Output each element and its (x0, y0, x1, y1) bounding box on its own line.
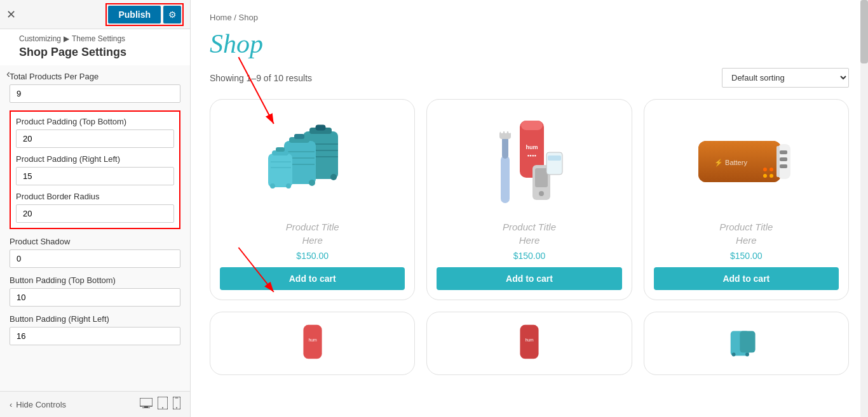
publish-button[interactable]: Publish (108, 6, 161, 23)
svg-rect-0 (140, 398, 153, 406)
total-products-input[interactable] (10, 84, 180, 103)
svg-rect-29 (276, 147, 285, 152)
breadcrumb-parent: Customizing (19, 34, 61, 43)
svg-rect-38 (501, 156, 510, 203)
button-padding-rl-group: Button Padding (Right Left) (10, 314, 180, 345)
product-card-5: hum (426, 312, 632, 375)
product-image-1 (220, 112, 405, 214)
button-padding-tb-input[interactable] (10, 288, 180, 307)
svg-point-4 (162, 407, 163, 409)
total-products-label: Total Products Per Page (10, 72, 180, 81)
svg-point-57 (763, 174, 767, 178)
svg-rect-21 (294, 134, 304, 139)
product-title-1: Product TitleHere (286, 220, 339, 247)
svg-rect-27 (268, 154, 292, 187)
breadcrumb-child: Theme Settings (72, 34, 125, 43)
product-card-1: Product TitleHere $150.00 Add to cart (210, 99, 415, 300)
product-price-3: $150.00 (730, 251, 763, 261)
scrollbar-thumb[interactable] (860, 0, 868, 63)
add-to-cart-button-2[interactable]: Add to cart (437, 267, 621, 290)
panel-bottom: ‹ Hide Controls (0, 391, 190, 417)
svg-rect-2 (142, 407, 150, 408)
panel-title: Shop Page Settings (0, 46, 190, 65)
button-padding-rl-label: Button Padding (Right Left) (10, 314, 180, 324)
product-price-1: $150.00 (296, 251, 329, 261)
svg-point-6 (176, 407, 177, 409)
add-to-cart-button-1[interactable]: Add to cart (220, 267, 405, 290)
svg-text:⚡ Battery: ⚡ Battery (714, 158, 747, 167)
svg-rect-13 (316, 125, 325, 130)
svg-rect-48 (548, 156, 561, 161)
product-card-6 (644, 312, 849, 375)
svg-rect-53 (780, 150, 787, 154)
svg-rect-35 (521, 121, 543, 130)
add-to-cart-button-3[interactable]: Add to cart (654, 267, 839, 290)
product-card-2: hum ●●●● (426, 99, 632, 300)
product-title-2: Product TitleHere (503, 220, 556, 247)
product-price-2: $150.00 (513, 251, 546, 261)
button-padding-rl-input[interactable] (10, 327, 180, 345)
products-grid-bottom: hum hum (210, 312, 849, 375)
desktop-icon-button[interactable] (140, 397, 153, 412)
padding-right-left-input[interactable] (16, 167, 174, 185)
svg-text:hum: hum (308, 338, 317, 342)
hide-controls-label: Hide Controls (16, 400, 66, 409)
border-radius-label: Product Border Radius (16, 192, 174, 201)
breadcrumb-separator: ▶ (64, 34, 69, 43)
svg-rect-43 (508, 127, 511, 133)
svg-point-26 (309, 180, 315, 186)
svg-rect-54 (780, 157, 787, 161)
top-bar: ✕ Publish ⚙ (0, 0, 190, 29)
highlighted-section: Product Padding (Top Bottom) Product Pad… (10, 110, 180, 229)
svg-rect-55 (780, 164, 787, 168)
svg-text:hum: hum (526, 144, 538, 150)
shadow-group: Product Shadow (10, 237, 180, 268)
product-title-3: Product TitleHere (719, 220, 773, 247)
padding-right-left-group: Product Padding (Right Left) (16, 154, 174, 185)
svg-point-58 (770, 174, 773, 178)
results-bar: Showing 1–9 of 10 results Default sortin… (210, 68, 849, 88)
svg-rect-52 (776, 146, 780, 177)
svg-point-46 (539, 191, 544, 196)
back-button[interactable]: ‹ (6, 67, 10, 81)
padding-top-bottom-group: Product Padding (Top Bottom) (16, 117, 174, 148)
svg-point-18 (330, 174, 337, 180)
product-image-2: hum ●●●● (437, 112, 621, 214)
svg-point-68 (745, 353, 749, 357)
border-radius-group: Product Border Radius (16, 192, 174, 223)
svg-rect-45 (535, 168, 548, 187)
svg-rect-42 (505, 127, 507, 133)
padding-top-bottom-label: Product Padding (Top Bottom) (16, 117, 174, 126)
svg-point-67 (732, 353, 736, 357)
padding-top-bottom-input[interactable] (16, 129, 174, 148)
hide-controls-button[interactable]: ‹ Hide Controls (10, 400, 66, 409)
left-panel: ✕ Publish ⚙ ‹ Customizing ▶ Theme Settin… (0, 0, 191, 417)
sort-select[interactable]: Default sorting Sort by popularity Sort … (722, 68, 849, 88)
breadcrumb-bar: Customizing ▶ Theme Settings (0, 29, 190, 46)
shadow-input[interactable] (10, 249, 180, 268)
publish-area: Publish ⚙ (105, 3, 184, 26)
svg-point-59 (763, 168, 767, 171)
product-card-4: hum (210, 312, 415, 375)
svg-point-33 (286, 183, 291, 189)
button-padding-tb-label: Button Padding (Top Bottom) (10, 275, 180, 285)
product-card-3: ⚡ Battery Product TitleHere $150.00 Add … (644, 99, 849, 300)
svg-rect-7 (175, 398, 179, 399)
button-padding-tb-group: Button Padding (Top Bottom) (10, 275, 180, 307)
svg-rect-39 (502, 136, 508, 159)
mobile-icon-button[interactable] (173, 397, 180, 412)
panel-content: Total Products Per Page Product Padding … (0, 65, 190, 391)
shadow-label: Product Shadow (10, 237, 180, 246)
results-text: Showing 1–9 of 10 results (210, 73, 312, 83)
close-button[interactable]: ✕ (6, 8, 16, 22)
tablet-icon-button[interactable] (158, 397, 168, 412)
right-panel: Home / Shop Shop Showing 1–9 of 10 resul… (191, 0, 868, 417)
hide-controls-icon: ‹ (10, 400, 12, 409)
svg-rect-66 (740, 331, 756, 353)
svg-point-32 (270, 183, 275, 189)
device-icons (140, 397, 180, 412)
border-radius-input[interactable] (16, 204, 174, 223)
gear-button[interactable]: ⚙ (163, 6, 181, 23)
products-grid: Product TitleHere $150.00 Add to cart hu… (210, 99, 849, 300)
scrollbar-track (860, 0, 868, 417)
